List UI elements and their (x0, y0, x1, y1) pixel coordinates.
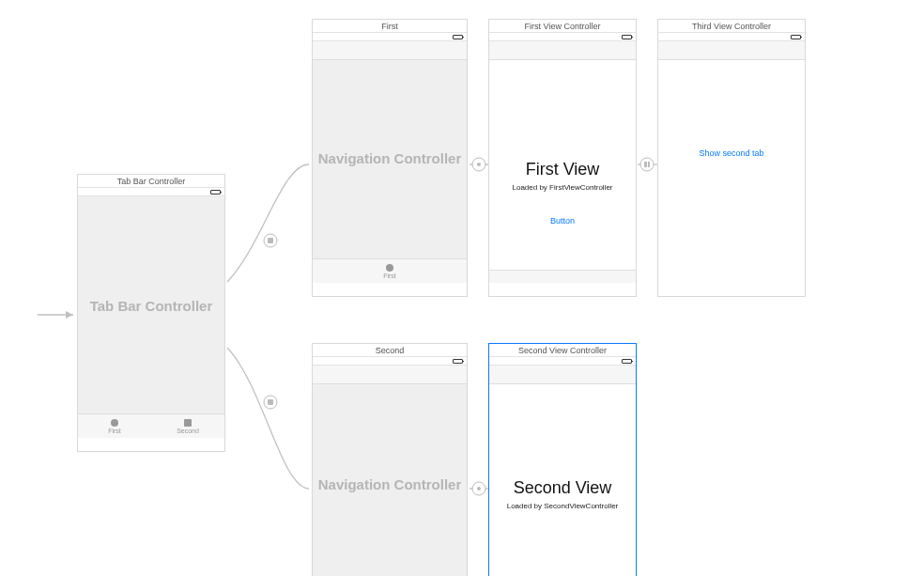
battery-icon (622, 35, 632, 39)
status-bar (658, 33, 805, 41)
svg-point-15 (477, 487, 481, 490)
navigation-bar (313, 366, 467, 384)
status-bar (489, 33, 636, 41)
tab-bar: First Second (78, 413, 224, 438)
placeholder-title: Navigation Controller (313, 150, 467, 166)
status-bar (313, 357, 467, 366)
svg-marker-1 (66, 311, 73, 319)
circle-icon (111, 419, 118, 427)
svg-rect-3 (268, 238, 273, 243)
show-second-tab-button[interactable]: Show second tab (658, 148, 805, 158)
view-subheading: Loaded by FirstViewController (489, 183, 636, 192)
button[interactable]: Button (489, 216, 636, 226)
scene-nav-first[interactable]: First Navigation Controller First (312, 19, 468, 297)
scene-title: Second View Controller (489, 344, 636, 357)
scene-title: Third View Controller (658, 20, 805, 33)
tab-bar (489, 270, 636, 283)
placeholder-title: Navigation Controller (313, 476, 467, 492)
navigation-bar (489, 41, 636, 60)
navigation-bar (658, 41, 805, 60)
svg-point-4 (264, 396, 277, 409)
scene-first-view-controller[interactable]: First View Controller First View Loaded … (488, 19, 637, 297)
status-bar (78, 188, 224, 196)
scene-title: First View Controller (489, 20, 636, 33)
status-bar (313, 33, 467, 41)
svg-point-2 (264, 234, 277, 247)
scene-title: Tab Bar Controller (78, 175, 224, 188)
navigation-bar (489, 366, 636, 384)
svg-point-7 (472, 158, 485, 171)
svg-rect-12 (648, 162, 650, 167)
scene-title: Second (313, 344, 467, 357)
svg-point-8 (477, 163, 481, 166)
view-heading: Second View (489, 478, 636, 498)
tab-item-label: First (108, 428, 121, 434)
navigation-bar (313, 41, 467, 60)
battery-icon (791, 35, 801, 39)
scene-second-view-controller[interactable]: Second View Controller Second View Loade… (488, 343, 637, 576)
view-heading: First View (489, 160, 636, 179)
battery-icon (453, 359, 463, 364)
scene-tab-bar-controller[interactable]: Tab Bar Controller Tab Bar Controller Fi… (77, 174, 225, 452)
svg-rect-5 (268, 399, 273, 405)
scene-nav-second[interactable]: Second Navigation Controller (312, 343, 468, 576)
tab-item-first[interactable]: First (78, 414, 151, 438)
battery-icon (453, 35, 463, 39)
tab-item-first[interactable]: First (313, 259, 467, 283)
scene-third-view-controller[interactable]: Third View Controller Show second tab (657, 19, 806, 297)
svg-point-14 (472, 482, 485, 495)
svg-rect-11 (644, 162, 647, 167)
square-icon (184, 419, 192, 427)
status-bar (489, 357, 636, 366)
battery-icon (622, 359, 632, 364)
tab-item-second[interactable]: Second (151, 414, 224, 438)
svg-point-10 (640, 158, 654, 171)
tab-item-label: Second (177, 428, 199, 434)
placeholder-title: Tab Bar Controller (78, 298, 224, 314)
battery-icon (210, 190, 221, 195)
tab-bar: First (313, 258, 467, 283)
tab-item-label: First (383, 272, 396, 279)
view-subheading: Loaded by SecondViewController (489, 502, 636, 510)
scene-title: First (313, 20, 467, 33)
circle-icon (386, 264, 393, 272)
